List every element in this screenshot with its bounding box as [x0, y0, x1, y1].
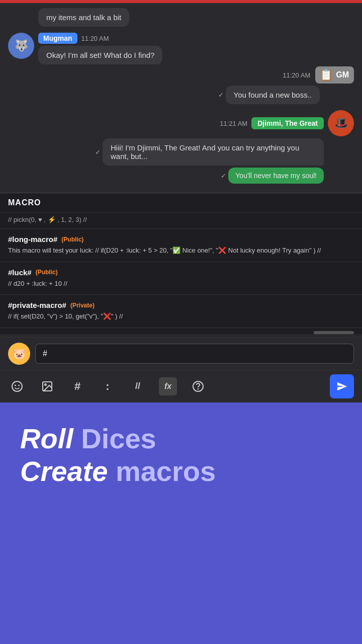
mugman-timestamp: 11:20 AM: [81, 35, 109, 42]
mugman-username: Mugman: [38, 33, 77, 44]
boss-timestamp: 11:21 AM: [220, 120, 247, 127]
boss-checkmark2: ✓: [221, 172, 226, 180]
promo-bold-2: Create: [20, 455, 108, 487]
macro-title: MACRO: [0, 193, 362, 213]
macro-badge-2: (Public): [36, 269, 58, 276]
macro-code-1: This macro will test your luck: // if(D2…: [8, 246, 354, 256]
svg-point-6: [198, 388, 199, 389]
macro-panel: MACRO // pickn(0, ♥ , ⚡ , 1, 2, 3) // #l…: [0, 193, 362, 334]
macro-code-2: // d20 + :luck: + 10 //: [8, 279, 354, 289]
macro-item-3[interactable]: #private-macro# (Private) // if( set(D20…: [0, 295, 362, 328]
macro-code-3: // if( set(D20, "v") > 10, get("v"), "❌"…: [8, 311, 354, 321]
colon-button[interactable]: :: [99, 377, 117, 395]
macro-name-row-2: #luck# (Public): [8, 268, 354, 277]
image-button[interactable]: [38, 377, 56, 395]
macro-name-row-3: #private-macro# (Private): [8, 301, 354, 309]
chat-area: my items and talk a bit 🐺 Mugman 11:20 A…: [0, 3, 362, 403]
help-button[interactable]: [189, 377, 207, 395]
scrollbar[interactable]: [314, 331, 354, 334]
svg-point-2: [18, 384, 20, 386]
slash-button[interactable]: //: [129, 377, 147, 395]
macro-item-2[interactable]: #luck# (Public) // d20 + :luck: + 10 //: [0, 262, 362, 295]
mugman-content: Mugman 11:20 AM Okay! I'm all set! What …: [38, 33, 162, 64]
boss-row: 11:21 AM Djimmi, The Great 🎩 ✓ Hiii! I'm…: [8, 110, 354, 184]
svg-point-1: [15, 384, 16, 386]
user-avatar: 🐷: [8, 343, 30, 365]
emoji-button[interactable]: [8, 377, 26, 395]
message-input[interactable]: [35, 344, 354, 364]
promo-normal-1: Dices: [81, 423, 156, 454]
gm-bubble: You found a new boss..: [226, 86, 320, 104]
promo-area: Roll Dices Create macros: [0, 403, 362, 503]
send-button[interactable]: [330, 374, 354, 398]
macro-subline: // pickn(0, ♥ , ⚡ , 1, 2, 3) //: [0, 213, 362, 229]
gm-doc-icon: 📋: [319, 68, 333, 82]
promo-normal-2: macros: [116, 455, 216, 487]
fx-button[interactable]: fx: [159, 377, 177, 395]
macro-badge-3: (Private): [70, 302, 95, 309]
boss-bubble: Hiii! I'm Djimmi, The Great! And you can…: [103, 138, 324, 166]
promo-bold-1: Roll: [20, 423, 73, 454]
prev-message: my items and talk a bit: [8, 8, 354, 27]
macro-item-1[interactable]: #long-macro# (Public) This macro will te…: [0, 229, 362, 262]
macro-name-2: #luck#: [8, 268, 32, 277]
mugman-avatar: 🐺: [8, 33, 34, 59]
prev-bubble: my items and talk a bit: [38, 8, 129, 27]
macro-name-row-1: #long-macro# (Public): [8, 235, 354, 244]
boss-checkmark: ✓: [95, 148, 101, 156]
macro-name-3: #private-macro#: [8, 301, 66, 309]
toolbar: # : // fx: [0, 370, 362, 403]
macro-name-1: #long-macro#: [8, 235, 57, 244]
boss-avatar: 🎩: [328, 110, 354, 136]
gm-checkmark: ✓: [218, 91, 224, 99]
boss-header: 11:21 AM Djimmi, The Great 🎩: [220, 110, 354, 136]
boss-partial-bubble: You'll never have my soul!: [228, 168, 324, 184]
mugman-bubble: Okay! I'm all set! What do I find?: [38, 46, 162, 64]
input-area: 🐷: [0, 337, 362, 370]
mugman-header: Mugman 11:20 AM: [38, 33, 162, 44]
hash-button[interactable]: #: [68, 377, 86, 395]
svg-point-4: [45, 384, 46, 385]
gm-timestamp: 11:20 AM: [283, 71, 310, 79]
chat-messages: my items and talk a bit 🐺 Mugman 11:20 A…: [0, 3, 362, 193]
macro-badge-1: (Public): [61, 236, 83, 243]
mugman-row: 🐺 Mugman 11:20 AM Okay! I'm all set! Wha…: [8, 33, 354, 64]
gm-label: GM: [336, 70, 349, 79]
gm-container: 11:20 AM 📋 GM ✓ You found a new boss..: [8, 66, 354, 104]
boss-username: Djimmi, The Great: [251, 117, 324, 129]
svg-point-0: [12, 381, 22, 391]
